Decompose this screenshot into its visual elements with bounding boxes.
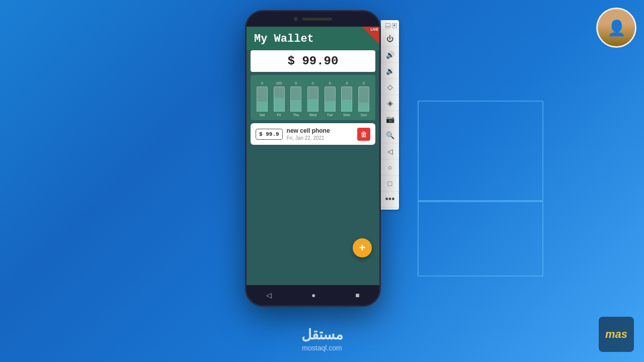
- transaction-info: new cell phone Fri, Jan 22, 2021: [287, 127, 353, 141]
- mas-logo: mas: [599, 317, 634, 352]
- toolbar-controls: — ✕: [381, 22, 399, 30]
- camera-icon: 📷: [386, 115, 394, 123]
- watermark-arabic: مستقل: [301, 326, 343, 343]
- transaction-name: new cell phone: [287, 127, 353, 134]
- bar-tue-fill: [325, 101, 335, 111]
- volume-up-icon: 🔊: [386, 51, 394, 59]
- bar-sun-fill: [359, 103, 369, 111]
- bar-tue-bar: [325, 86, 336, 112]
- chart-label-thu: Thu: [290, 113, 301, 117]
- bar-wed-fill: [308, 99, 318, 111]
- bar-sat-fill: [257, 102, 267, 111]
- chart-label-fri: Fri: [274, 113, 285, 117]
- bar-thu-fill: [291, 100, 301, 111]
- avatar-image: 👤: [598, 9, 635, 46]
- zoom-icon: 🔍: [386, 131, 394, 139]
- bar-mon-fill: [342, 100, 352, 111]
- phone-top-bar: [247, 12, 379, 27]
- toolbar-circle-button[interactable]: ○: [381, 159, 399, 175]
- bar-mon-bar: [341, 86, 352, 112]
- toolbar-power-button[interactable]: ⏻: [381, 31, 399, 47]
- bar-sun: 0: [358, 80, 369, 112]
- toolbar-diamond-button[interactable]: ◇: [381, 79, 399, 95]
- home-nav-button[interactable]: ●: [311, 291, 315, 299]
- bar-thu-bar: [290, 86, 301, 112]
- bar-sat: 0: [257, 80, 268, 112]
- volume-down-icon: 🔉: [386, 67, 394, 75]
- transaction-item: $ 99.9 new cell phone Fri, Jan 22, 2021 …: [251, 123, 375, 145]
- chart-label-sat: Sat: [257, 113, 268, 117]
- watermark: مستقل mostaql.com: [301, 326, 343, 352]
- bar-sun-label: 0: [363, 80, 365, 85]
- bar-fri-fill: [274, 98, 284, 111]
- toolbar-camera-button[interactable]: 📷: [381, 111, 399, 127]
- phone-bottom-nav: ◁ ● ■: [247, 285, 379, 305]
- user-avatar: 👤: [596, 8, 636, 48]
- balance-box: $ 99.90: [251, 50, 375, 72]
- transaction-date: Fri, Jan 22, 2021: [287, 135, 353, 141]
- back-nav-button[interactable]: ◁: [266, 291, 272, 299]
- square-icon: □: [388, 179, 392, 188]
- recent-nav-button[interactable]: ■: [355, 291, 359, 299]
- watermark-url: mostaql.com: [302, 344, 342, 352]
- chart-label-mon: Mon: [341, 113, 352, 117]
- fab-icon: +: [359, 241, 366, 254]
- back-arrow-icon: ◁: [387, 147, 393, 155]
- bar-sat-bar: [257, 86, 268, 112]
- toolbar-more-button[interactable]: •••: [381, 192, 399, 208]
- close-button[interactable]: ✕: [392, 23, 397, 28]
- windows-accent-top: [418, 101, 543, 201]
- chart-bars: 0 100 0: [254, 79, 372, 112]
- toolbar-back-button[interactable]: ◁: [381, 143, 399, 159]
- add-transaction-fab[interactable]: +: [353, 238, 372, 257]
- toolbar-eraser-button[interactable]: ◈: [381, 95, 399, 111]
- transaction-amount-badge: $ 99.9: [256, 129, 283, 140]
- bar-wed-bar: [307, 86, 318, 112]
- power-icon: ⏻: [386, 35, 393, 43]
- phone-speaker: [302, 18, 332, 21]
- eraser-icon: ◈: [387, 99, 393, 107]
- chart-label-sun: Sun: [358, 113, 369, 117]
- bar-fri-label: 100: [276, 80, 282, 85]
- bar-fri: 100: [274, 80, 285, 112]
- more-icon: •••: [385, 194, 395, 205]
- mas-logo-text: mas: [605, 328, 627, 341]
- right-toolbar: — ✕ ⏻ 🔊 🔉 ◇ ◈ 📷 🔍 ◁ ○ □: [381, 20, 399, 210]
- phone-screen: LIVE My Wallet $ 99.90 0: [247, 27, 379, 285]
- bar-wed-label: 0: [312, 80, 314, 85]
- chart-area: 0 100 0: [251, 75, 375, 120]
- bar-mon: 0: [341, 80, 352, 112]
- toolbar-zoom-button[interactable]: 🔍: [381, 127, 399, 143]
- bar-tue-label: 0: [329, 80, 331, 85]
- toolbar-volume-down-button[interactable]: 🔉: [381, 63, 399, 79]
- bar-mon-label: 0: [346, 80, 348, 85]
- phone-device: LIVE My Wallet $ 99.90 0: [245, 10, 381, 307]
- toolbar-volume-up-button[interactable]: 🔊: [381, 47, 399, 63]
- bar-sun-bar: [358, 86, 369, 112]
- chart-labels: Sat Fri Thu Wed Tue Mon Sun: [254, 113, 372, 117]
- bar-thu: 0: [290, 80, 301, 112]
- phone-camera: [294, 17, 298, 21]
- chart-label-wed: Wed: [307, 113, 318, 117]
- app-header: LIVE My Wallet: [247, 27, 379, 50]
- windows-accent-bottom: [418, 201, 543, 277]
- phone-wrapper: LIVE My Wallet $ 99.90 0: [245, 10, 399, 307]
- transaction-delete-button[interactable]: 🗑: [357, 128, 370, 141]
- balance-amount: $ 99.90: [255, 54, 371, 68]
- bar-thu-label: 0: [295, 80, 297, 85]
- diamond-icon: ◇: [387, 83, 393, 91]
- app-title: My Wallet: [254, 33, 372, 45]
- bar-tue: 0: [325, 80, 336, 112]
- bar-fri-bar: [274, 86, 285, 112]
- bar-sat-label: 0: [261, 80, 263, 85]
- chart-label-tue: Tue: [325, 113, 336, 117]
- bar-wed: 0: [307, 80, 318, 112]
- toolbar-square-button[interactable]: □: [381, 175, 399, 192]
- circle-icon: ○: [388, 163, 392, 171]
- corner-badge-text: LIVE: [370, 27, 379, 31]
- minimize-button[interactable]: —: [385, 23, 390, 28]
